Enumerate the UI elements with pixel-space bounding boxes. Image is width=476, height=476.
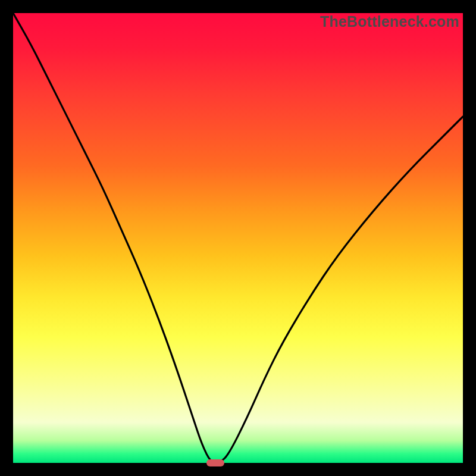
bottleneck-curve — [13, 13, 463, 463]
plot-area: TheBottleneck.com — [13, 13, 463, 463]
chart-frame: TheBottleneck.com — [0, 0, 476, 476]
curve-path — [13, 13, 463, 463]
